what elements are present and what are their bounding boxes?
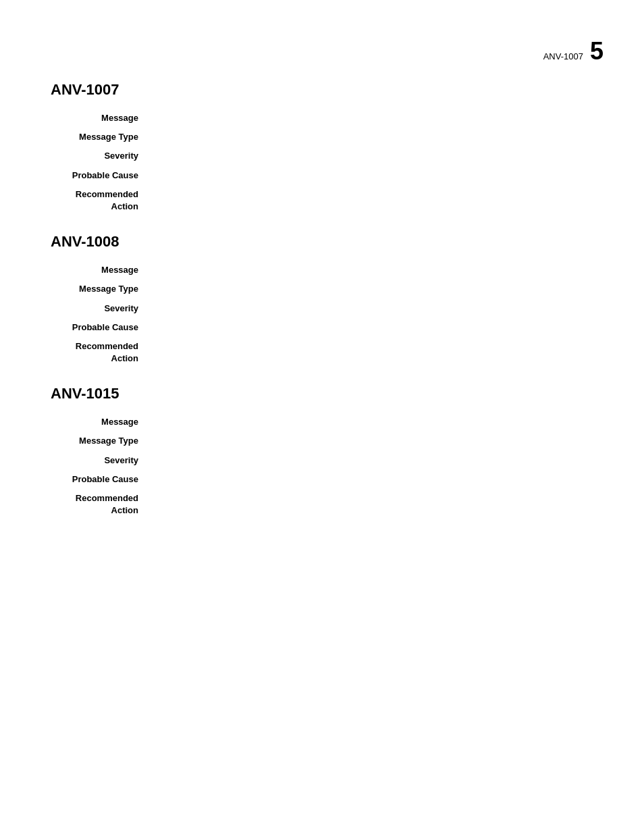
field-row-probable-cause-1007: Probable Cause	[51, 170, 603, 182]
field-value-message-type-1008	[149, 283, 603, 295]
field-row-severity-1007: Severity	[51, 150, 603, 162]
field-value-message-1007	[149, 112, 603, 124]
field-label-severity-1015: Severity	[51, 454, 149, 467]
field-label-message-type-1008: Message Type	[51, 283, 149, 295]
field-value-recommended-action-1007	[149, 188, 603, 213]
section-title-anv-1008: ANV-1008	[51, 233, 603, 251]
field-label-recommended-action-1007: RecommendedAction	[51, 188, 149, 213]
field-label-message-type-1007: Message Type	[51, 131, 149, 143]
section-title-anv-1007: ANV-1007	[51, 81, 603, 99]
field-value-message-1008	[149, 264, 603, 276]
field-label-probable-cause-1007: Probable Cause	[51, 170, 149, 182]
section-title-anv-1015: ANV-1015	[51, 385, 603, 402]
field-value-recommended-action-1008	[149, 340, 603, 365]
field-label-message-1008: Message	[51, 264, 149, 276]
field-row-message-type-1008: Message Type	[51, 283, 603, 295]
field-value-probable-cause-1015	[149, 473, 603, 486]
field-row-severity-1015: Severity	[51, 454, 603, 467]
header-label: ANV-1007	[543, 51, 583, 61]
field-row-severity-1008: Severity	[51, 303, 603, 315]
field-label-recommended-action-1008: RecommendedAction	[51, 340, 149, 365]
field-label-severity-1008: Severity	[51, 303, 149, 315]
field-value-severity-1015	[149, 454, 603, 467]
section-anv-1015: ANV-1015 Message Message Type Severity P…	[51, 385, 603, 517]
section-anv-1008: ANV-1008 Message Message Type Severity P…	[51, 233, 603, 365]
main-content: ANV-1007 Message Message Type Severity P…	[0, 0, 644, 517]
field-row-recommended-action-1007: RecommendedAction	[51, 188, 603, 213]
field-row-recommended-action-1015: RecommendedAction	[51, 492, 603, 517]
field-label-probable-cause-1008: Probable Cause	[51, 321, 149, 334]
field-value-message-type-1007	[149, 131, 603, 143]
field-value-severity-1008	[149, 303, 603, 315]
field-row-message-type-1015: Message Type	[51, 435, 603, 447]
field-row-message-1007: Message	[51, 112, 603, 124]
section-anv-1007: ANV-1007 Message Message Type Severity P…	[51, 81, 603, 213]
field-value-probable-cause-1008	[149, 321, 603, 334]
field-label-recommended-action-1015: RecommendedAction	[51, 492, 149, 517]
field-value-probable-cause-1007	[149, 170, 603, 182]
page-header: ANV-1007 5	[543, 37, 603, 66]
field-row-probable-cause-1008: Probable Cause	[51, 321, 603, 334]
field-label-message-type-1015: Message Type	[51, 435, 149, 447]
field-label-severity-1007: Severity	[51, 150, 149, 162]
field-row-message-type-1007: Message Type	[51, 131, 603, 143]
field-row-recommended-action-1008: RecommendedAction	[51, 340, 603, 365]
field-row-message-1008: Message	[51, 264, 603, 276]
field-value-message-1015	[149, 416, 603, 428]
field-value-recommended-action-1015	[149, 492, 603, 517]
field-value-severity-1007	[149, 150, 603, 162]
field-value-message-type-1015	[149, 435, 603, 447]
field-label-message-1015: Message	[51, 416, 149, 428]
field-label-probable-cause-1015: Probable Cause	[51, 473, 149, 486]
header-page-number: 5	[590, 37, 603, 66]
field-row-probable-cause-1015: Probable Cause	[51, 473, 603, 486]
field-label-message-1007: Message	[51, 112, 149, 124]
field-row-message-1015: Message	[51, 416, 603, 428]
